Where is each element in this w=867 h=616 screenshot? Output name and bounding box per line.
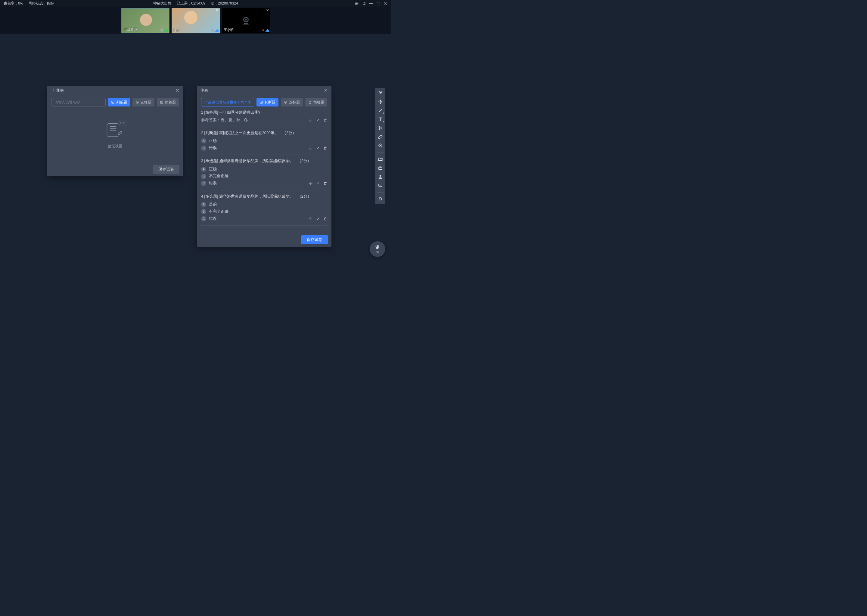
participant-name: Nina (173, 28, 180, 32)
mic-level-icon (265, 29, 269, 32)
question-item: 4 [多选题] 施华洛世奇是反华品牌，所以梁鼎琪反华。 （2分）A是的B不完全正… (201, 190, 327, 226)
question-option[interactable]: C错误 (201, 215, 217, 223)
minimize-icon[interactable] (369, 3, 373, 4)
svg-rect-2 (112, 101, 114, 104)
bell-icon[interactable] (378, 197, 383, 202)
svg-point-12 (121, 123, 122, 123)
scissors-icon[interactable] (378, 126, 383, 130)
participant-name: 王小明 (224, 28, 233, 32)
question-option[interactable]: B不完全正确 (201, 208, 327, 215)
svg-point-19 (379, 126, 380, 127)
move-icon[interactable] (378, 99, 383, 104)
mic-level-icon (164, 28, 168, 31)
move-question-icon[interactable] (309, 181, 313, 185)
svg-point-11 (120, 123, 121, 123)
delete-question-icon[interactable] (323, 217, 327, 221)
camera-off-icon (241, 15, 251, 26)
camera-toggle-icon[interactable] (355, 2, 359, 6)
svg-point-20 (379, 129, 380, 130)
folder-icon[interactable] (378, 157, 383, 162)
work-area: 〈测验 ✕ 判断题 选择题 简答题 暂无试题 保存试卷 测验 ✕ (0, 34, 391, 278)
edit-question-icon[interactable] (316, 118, 320, 122)
choice-question-button[interactable]: 选择题 (132, 98, 154, 107)
edit-question-icon[interactable] (316, 217, 320, 221)
lesson-duration: 已上课：02:34:09 (177, 1, 205, 6)
save-quiz-button[interactable]: 保存试卷 (153, 165, 180, 174)
delete-question-icon[interactable] (323, 181, 327, 185)
question-title: 1 [简答题] 一年四季分别是哪四季? (201, 110, 327, 116)
video-tile-teacher[interactable]: 叮当老师 (121, 8, 169, 33)
hand-count: 0/2 (376, 251, 380, 253)
svg-rect-14 (260, 101, 263, 104)
mic-level-icon (215, 29, 219, 32)
pen-icon[interactable] (378, 108, 383, 113)
video-tile-student[interactable]: ✕ 王小明 (222, 8, 270, 33)
choice-question-button[interactable]: 选择题 (281, 98, 303, 107)
close-icon[interactable]: ✕ (324, 88, 328, 93)
question-option[interactable]: A正确 (201, 166, 327, 173)
svg-point-4 (137, 102, 138, 103)
quiz-panel-empty: 〈测验 ✕ 判断题 选择题 简答题 暂无试题 保存试卷 (47, 86, 183, 176)
close-icon[interactable] (383, 2, 388, 6)
delete-question-icon[interactable] (323, 146, 327, 150)
short-answer-button[interactable]: 简答题 (305, 98, 327, 107)
remove-participant-icon[interactable]: ✕ (266, 8, 269, 13)
svg-point-16 (285, 102, 286, 103)
loss-rate: 丢包率：0% (4, 1, 23, 6)
raise-hand-button[interactable]: 0/2 (370, 241, 385, 257)
lesson-id: ID：2020070324 (211, 1, 238, 6)
svg-rect-22 (378, 167, 382, 169)
question-title: 4 [多选题] 施华洛世奇是反华品牌，所以梁鼎琪反华。 （2分） (201, 193, 327, 200)
lesson-title: 神秘大自然 (153, 1, 171, 6)
svg-rect-5 (161, 101, 163, 104)
question-title: 3 [单选题] 施华洛世奇是反华品牌，所以梁鼎琪反华。 （2分） (201, 158, 327, 164)
save-quiz-button[interactable]: 保存试卷 (301, 235, 328, 244)
svg-point-13 (123, 123, 124, 123)
question-option[interactable]: A正确 (201, 137, 327, 145)
flag-icon (161, 28, 164, 31)
move-question-icon[interactable] (309, 118, 313, 122)
question-answer: 参考答案：春、夏、秋、冬 (201, 117, 248, 123)
question-item: 3 [单选题] 施华洛世奇是反华品牌，所以梁鼎琪反华。 （2分）A正确B不完全正… (201, 155, 327, 190)
svg-rect-17 (309, 101, 311, 104)
svg-point-18 (381, 91, 382, 92)
short-answer-button[interactable]: 简答题 (157, 98, 179, 107)
edit-question-icon[interactable] (316, 146, 320, 150)
question-option[interactable]: C错误 (201, 180, 217, 187)
move-question-icon[interactable] (309, 217, 313, 221)
panel-title: 测验 (200, 88, 208, 93)
quiz-name-input[interactable] (51, 98, 106, 107)
participant-name: 叮当老师 (124, 27, 137, 31)
question-item: 1 [简答题] 一年四季分别是哪四季?参考答案：春、夏、秋、冬 (201, 107, 327, 127)
settings-icon[interactable] (362, 2, 366, 6)
flag-icon (211, 29, 214, 32)
person-icon[interactable] (378, 174, 383, 179)
quiz-panel-filled: 测验 ✕ 判断题 选择题 简答题 1 [简答题] 一年四季分别是哪四季?参考答案… (197, 86, 331, 247)
svg-rect-6 (108, 123, 118, 137)
network-status: 网络状态：良好 (28, 1, 54, 6)
video-tile-student[interactable]: ✕ Nina (172, 8, 220, 33)
text-icon[interactable] (378, 117, 383, 122)
top-bar: 丢包率：0% 网络状态：良好 神秘大自然 已上课：02:34:09 ID：202… (0, 0, 391, 7)
back-icon[interactable]: 〈 (50, 88, 55, 93)
judge-question-button[interactable]: 判断题 (108, 98, 130, 107)
delete-question-icon[interactable] (323, 118, 327, 122)
judge-question-button[interactable]: 判断题 (257, 98, 279, 107)
quiz-name-input[interactable] (201, 98, 254, 107)
svg-point-23 (379, 175, 381, 177)
laser-icon[interactable] (378, 143, 383, 148)
question-option[interactable]: B不完全正确 (201, 173, 327, 180)
edit-question-icon[interactable] (316, 181, 320, 185)
fullscreen-icon[interactable] (376, 2, 380, 6)
toolbox-icon[interactable] (378, 165, 383, 171)
empty-text: 暂无试题 (108, 144, 122, 149)
question-option[interactable]: A是的 (201, 201, 327, 208)
question-item: 2 [判断题] 我国宪法上一次更新是在2020年。 （2分）A正确B错误 (201, 127, 327, 155)
eraser-icon[interactable] (378, 134, 383, 139)
chat-icon[interactable] (378, 183, 383, 188)
move-question-icon[interactable] (309, 146, 313, 150)
close-icon[interactable]: ✕ (175, 88, 180, 93)
cursor-icon[interactable] (378, 91, 383, 96)
remove-participant-icon[interactable]: ✕ (216, 8, 219, 13)
question-option[interactable]: B错误 (201, 145, 217, 152)
